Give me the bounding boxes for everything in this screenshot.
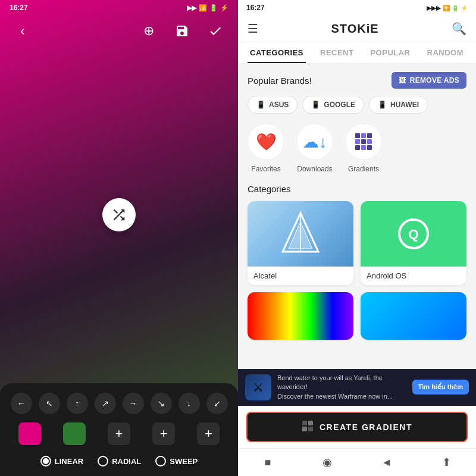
radio-sweep-label: SWEEP — [170, 457, 198, 466]
icon-downloads[interactable]: ☁↓ Downloads — [296, 123, 333, 173]
downloads-label: Downloads — [297, 165, 332, 173]
ad-text-line1: Bend water to your will as Yareli, the w… — [277, 374, 406, 392]
bluetooth-icon: ⚡ — [220, 4, 228, 12]
icon-gradients[interactable]: Gradients — [345, 123, 382, 173]
favorites-circle: ❤️ — [248, 123, 284, 160]
status-bar-right: 16:27 ▶▶▶ 🛜 🔋 ⚡ — [238, 0, 476, 15]
radio-linear[interactable]: LINEAR — [40, 456, 83, 466]
battery-icon: 🔋 — [209, 4, 218, 12]
time-left: 16:27 — [10, 4, 28, 12]
dir-left[interactable]: ← — [11, 393, 32, 414]
remove-ads-icon: 🖼 — [399, 76, 406, 84]
svg-text:Q: Q — [408, 227, 418, 242]
brand-asus[interactable]: 📱 ASUS — [248, 96, 298, 114]
category-grid: Alcatel Q Android OS — [248, 201, 466, 285]
color-swatch-1[interactable] — [18, 422, 41, 445]
wifi-icon: 📶 — [199, 4, 207, 12]
icon-favorites[interactable]: ❤️ Favorites — [248, 123, 284, 173]
add-color-3[interactable]: + — [197, 422, 220, 445]
radio-row: LINEAR RADIAL SWEEP — [7, 453, 231, 470]
asus-label: ASUS — [269, 101, 289, 109]
app-header: ☰ STOKiE 🔍 — [238, 15, 476, 42]
dir-up-left[interactable]: ↖ — [39, 393, 60, 414]
remove-ads-button[interactable]: 🖼 REMOVE ADS — [392, 72, 466, 89]
ad-cta-button[interactable]: Tìm hiểu thêm — [412, 380, 469, 394]
add-color-2[interactable]: + — [152, 422, 175, 445]
wifi-icon-right: 🛜 — [443, 5, 450, 11]
color-swatch-2[interactable] — [63, 422, 86, 445]
android-image: Q — [361, 201, 466, 267]
alcatel-image — [248, 201, 353, 267]
nav-circle[interactable]: ◉ — [318, 453, 336, 471]
tab-popular[interactable]: POPULAR — [368, 42, 412, 63]
check-button[interactable] — [205, 20, 226, 42]
bottom-nav-right: ■ ◉ ◄ ⬆ — [238, 448, 476, 476]
menu-button[interactable]: ☰ — [248, 21, 258, 36]
radio-linear-label: LINEAR — [55, 457, 83, 466]
svg-rect-7 — [302, 427, 307, 431]
tab-recent[interactable]: RECENT — [318, 42, 356, 63]
create-gradient-row: CREATE GRADIENT — [238, 406, 476, 448]
downloads-circle: ☁↓ — [296, 123, 333, 160]
category-bottom-2[interactable] — [361, 292, 466, 340]
google-label: GOOGLE — [324, 101, 355, 109]
color-row: + + + — [7, 422, 231, 445]
icon-grid: ❤️ Favorites ☁↓ Downloads — [248, 123, 466, 173]
svg-rect-5 — [302, 421, 307, 425]
save-button[interactable] — [171, 20, 193, 42]
dir-down-right[interactable]: ↘ — [151, 393, 172, 414]
dir-right[interactable]: → — [123, 393, 144, 414]
gradients-circle — [345, 123, 382, 160]
nav-up[interactable]: ⬆ — [437, 453, 455, 471]
tab-bar: CATEGORIES RECENT POPULAR RANDOM — [238, 42, 476, 64]
alcatel-name: Alcatel — [248, 267, 353, 285]
radio-radial-label: RADIAL — [112, 457, 141, 466]
tab-random[interactable]: RANDOM — [425, 42, 466, 63]
dir-down-left[interactable]: ↙ — [206, 393, 228, 414]
add-button[interactable]: ⊕ — [138, 20, 159, 42]
category-android[interactable]: Q Android OS — [361, 201, 466, 285]
favorites-label: Favorites — [251, 165, 280, 173]
create-gradient-icon — [302, 420, 314, 434]
svg-rect-8 — [308, 427, 313, 431]
category-alcatel[interactable]: Alcatel — [248, 201, 353, 285]
create-gradient-label: CREATE GRADIENT — [320, 422, 412, 432]
left-panel: 16:27 ▶▶ 📶 🔋 ⚡ ‹ ⊕ — [0, 0, 238, 476]
brand-huawei[interactable]: 📱 HUAWEI — [369, 96, 428, 114]
category-bottom-1[interactable] — [248, 292, 353, 340]
google-icon: 📱 — [311, 101, 320, 109]
direction-row: ← ↖ ↑ ↗ → ↘ ↓ ↙ — [7, 393, 231, 414]
radio-sweep[interactable]: SWEEP — [155, 456, 198, 466]
shuffle-button[interactable] — [102, 198, 136, 231]
signal-icon: ▶▶ — [187, 4, 196, 12]
status-bar-left: 16:27 ▶▶ 📶 🔋 ⚡ — [0, 0, 238, 15]
ad-icon: ⚔ — [245, 374, 271, 400]
ad-banner: ⚔ Bend water to your will as Yareli, the… — [238, 369, 476, 406]
dir-up[interactable]: ↑ — [67, 393, 88, 414]
search-button[interactable]: 🔍 — [452, 21, 466, 36]
tab-categories[interactable]: CATEGORIES — [248, 42, 306, 63]
back-button[interactable]: ‹ — [12, 20, 33, 42]
add-color-1[interactable]: + — [108, 422, 130, 445]
android-name: Android OS — [361, 267, 466, 285]
time-right: 16:27 — [246, 4, 265, 12]
dir-up-right[interactable]: ↗ — [95, 393, 116, 414]
brand-chips: 📱 ASUS 📱 GOOGLE 📱 HUAWEI — [248, 96, 466, 114]
remove-ads-label: REMOVE ADS — [410, 76, 459, 84]
gradient-canvas — [0, 46, 238, 383]
nav-square[interactable]: ■ — [259, 453, 277, 471]
brand-google[interactable]: 📱 GOOGLE — [302, 96, 364, 114]
battery-icon-right: 🔋 — [452, 5, 459, 11]
gradients-label: Gradients — [348, 165, 379, 173]
bottom-controls: ← ↖ ↑ ↗ → ↘ ↓ ↙ + + + LINEAR — [0, 383, 238, 476]
huawei-label: HUAWEI — [390, 101, 419, 109]
status-icons-right: ▶▶▶ 🛜 🔋 ⚡ — [427, 5, 468, 11]
right-panel: 16:27 ▶▶▶ 🛜 🔋 ⚡ ☰ STOKiE 🔍 CATEGORIES RE… — [238, 0, 476, 476]
rainbow-image — [248, 292, 353, 340]
radio-radial[interactable]: RADIAL — [98, 456, 141, 466]
nav-back[interactable]: ◄ — [378, 453, 396, 471]
status-icons-left: ▶▶ 📶 🔋 ⚡ — [187, 4, 228, 12]
content-area: Popular Brands! 🖼 REMOVE ADS 📱 ASUS 📱 GO… — [238, 64, 476, 369]
create-gradient-button[interactable]: CREATE GRADIENT — [246, 412, 468, 442]
dir-down[interactable]: ↓ — [178, 393, 200, 414]
